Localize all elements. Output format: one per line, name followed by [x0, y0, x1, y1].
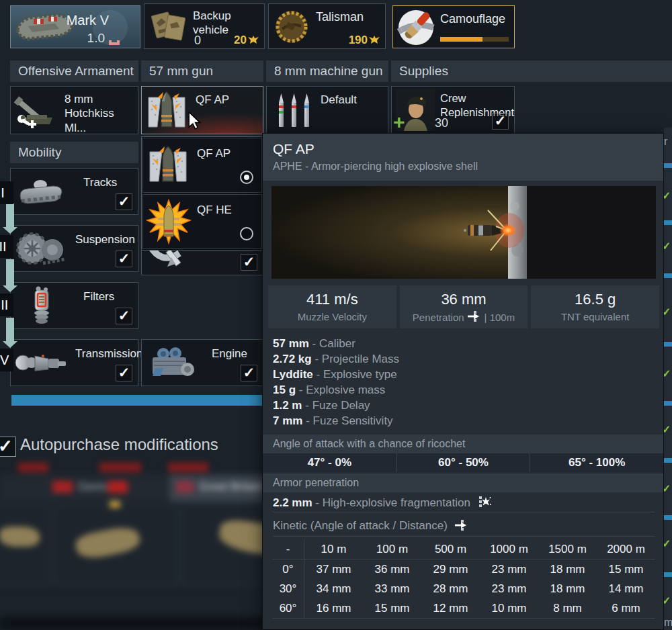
vehicle-watermark-icon: [93, 10, 128, 45]
spec-explosive-mass: 15 g - Explosive mass: [273, 382, 399, 398]
research-check-icon: ✓: [664, 189, 671, 202]
progress-bar-fragment: [664, 572, 672, 577]
pen-table-cell: 16 mm: [304, 598, 363, 618]
checkmark-icon: ✓: [116, 308, 132, 324]
pen-table-header: -: [272, 539, 304, 559]
stat-label: TNT equivalent: [561, 311, 629, 322]
pen-table-cell: 34 mm: [304, 579, 363, 598]
default-belt-label: Default: [321, 93, 357, 107]
pen-table-cell: 28 mm: [421, 579, 480, 598]
pen-table-cell: 10 mm: [480, 598, 538, 618]
pen-table-cell: 29 mm: [421, 559, 480, 579]
penetration-icon: [455, 516, 468, 538]
progress-bar-fragment: [664, 458, 672, 463]
research-check-icon: ✓: [664, 537, 671, 550]
mod-card-engine[interactable]: Engine ✓: [141, 339, 263, 386]
suspension-icon: [13, 228, 69, 273]
mod-card-hotchkiss-mg[interactable]: 8 mmHotchkiss Ml...: [10, 86, 138, 134]
radio-unselected-icon[interactable]: [240, 227, 253, 240]
vehicle-card-blurred: [55, 506, 178, 585]
tooltip-subtitle: APHE - Armor-piercing high explosive she…: [273, 161, 653, 173]
mod-card-qf-ap-hovered[interactable]: QF AP: [141, 86, 263, 134]
stat-label-pre: Penetration: [413, 312, 464, 323]
shell-option-qf-he[interactable]: QF HE: [142, 194, 262, 249]
progress-bar-fragment: [664, 342, 672, 347]
engine-icon: [146, 345, 198, 384]
camouflage-card[interactable]: Camouflage: [392, 5, 515, 48]
mod-card-tracks[interactable]: Tracks ✓: [10, 168, 138, 215]
pen-table-angle: 30°: [272, 579, 304, 598]
pen-table-cell: 12 mm: [421, 598, 480, 618]
tooltip-title: QF AP: [273, 141, 653, 157]
britain-flag-icon: [176, 481, 194, 493]
eagle-currency-icon: [248, 35, 259, 47]
tier-marker-2: II: [0, 235, 13, 258]
vehicle-card-mark-v[interactable]: Mark V 1.0: [10, 5, 140, 48]
mod-card-default-belt[interactable]: Default: [266, 86, 388, 134]
spec-caliber: 57 mm - Caliber: [273, 336, 399, 351]
shell-selection-list: QF AP QF HE: [141, 136, 263, 251]
qf-ap-hover-label: QF AP: [196, 93, 229, 107]
shell-stat-boxes: 411 m/s Muzzle Velocity 36 mm Penetratio…: [268, 285, 659, 328]
talisman-card[interactable]: Talisman 190: [268, 3, 386, 49]
penetration-table: - 10 m 100 m 500 m 1000 m 1500 m 2000 m …: [272, 539, 655, 619]
ap-shell-icon: [146, 142, 190, 191]
filters-icon: [20, 285, 63, 330]
pen-table-cell: 6 mm: [597, 598, 655, 618]
stat-label: Muzzle Velocity: [298, 311, 367, 322]
pen-table-angle: 0°: [272, 559, 304, 579]
nation-label: Great Britain: [199, 480, 263, 494]
kinetic-penetration-label-row: Kinetic (Angle of attack / Distance): [273, 515, 655, 537]
ricochet-section-header: Angle of attack with a chance of ricoche…: [263, 435, 663, 453]
vehicle-card-blurred: [0, 506, 50, 585]
autopurchase-label: Autopurchase modifications: [20, 435, 218, 454]
research-check-icon: ✓: [664, 306, 671, 318]
checkmark-icon: ✓: [241, 254, 257, 271]
progress-bar-fragment: [664, 401, 672, 406]
stat-penetration: 36 mm Penetration | 100m: [400, 285, 528, 328]
progress-bar-fragment: [664, 163, 672, 168]
checkmark-icon: ✓: [492, 113, 509, 130]
pen-table-header: 500 m: [421, 539, 480, 559]
transmission-icon: [13, 345, 70, 384]
talisman-wreath-icon: [273, 7, 310, 49]
research-check-icon: ✓: [664, 594, 671, 607]
stat-tnt-equivalent: 16.5 g TNT equivalent: [531, 285, 659, 328]
research-check-icon: ✓: [664, 367, 671, 380]
autopurchase-checkbox[interactable]: ✓: [0, 437, 16, 457]
plus-icon: +: [393, 111, 405, 134]
armor-penetration-header: Armor penetration: [263, 474, 663, 492]
backup-count: 0: [194, 34, 201, 48]
section-header-8mm-mg: 8 mm machine gun: [266, 60, 388, 82]
radio-selected-icon[interactable]: [240, 171, 253, 184]
checkmark-icon: ✓: [116, 365, 132, 381]
mod-card-suspension[interactable]: Suspension ✓: [10, 225, 138, 272]
mod-card-crew-replenishment[interactable]: CrewReplenishment + 30 ✓: [391, 86, 515, 134]
progress-bar-fragment: [664, 220, 672, 225]
pen-table-cell: 33 mm: [363, 579, 421, 598]
camouflage-progress-bar: [440, 37, 509, 42]
kinetic-label: Kinetic (Angle of attack / Distance): [273, 519, 448, 532]
tier-arrow: [6, 318, 14, 342]
shell-option-label: QF AP: [197, 146, 230, 161]
shell-option-qf-ap[interactable]: QF AP: [142, 138, 262, 193]
pen-table-cell: 15 mm: [363, 598, 421, 618]
pen-table-cell: 37 mm: [304, 559, 363, 579]
war-thunder-modifications-screen: Germany Great Britain: [0, 0, 672, 630]
shell-info-tooltip: QF AP APHE - Armor-piercing high explosi…: [262, 133, 664, 630]
spec-explosive-type: Lyddite - Explosive type: [273, 367, 399, 382]
pen-table-header: 100 m: [363, 539, 421, 559]
spec-fuze-sensitivity: 7 mm - Fuze Sensitivity: [273, 413, 399, 429]
mod-card-filters[interactable]: Filters ✓: [10, 282, 138, 329]
mod-card-transmission[interactable]: Transmission ✓: [10, 339, 138, 386]
backup-vehicle-card[interactable]: Backupvehicle 0 20: [144, 3, 265, 49]
he-shell-icon: [146, 197, 192, 249]
crew-count: 30: [435, 116, 448, 130]
section-header-offensive-armament: Offensive Armament: [10, 60, 138, 82]
checkmark-icon: ✓: [116, 193, 132, 210]
checkmark-icon: ✓: [241, 365, 257, 381]
backup-vehicle-icon: [149, 8, 189, 47]
pen-table-cell: 23 mm: [480, 559, 538, 579]
pen-table-header: 1000 m: [480, 539, 538, 559]
pen-table-header: 10 m: [304, 539, 363, 559]
